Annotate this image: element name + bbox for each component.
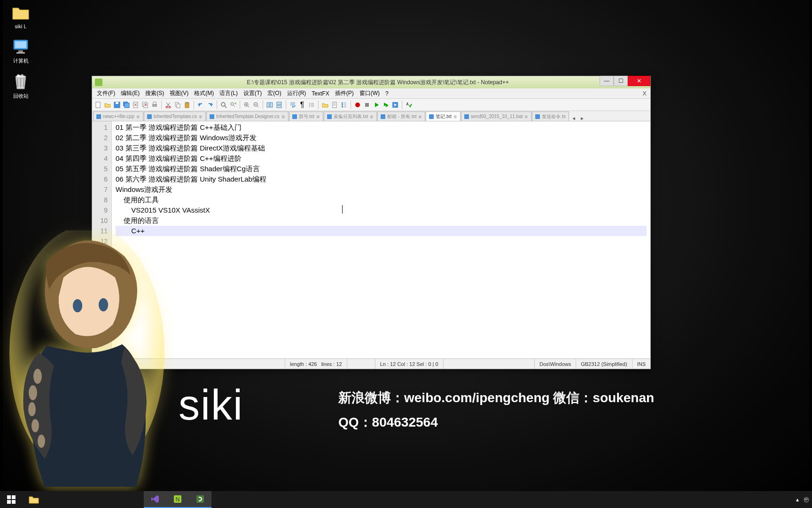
replace-icon[interactable]	[229, 101, 237, 109]
notepad-plus-plus-taskbar[interactable]: N	[166, 491, 189, 508]
paste-icon[interactable]	[183, 101, 191, 109]
tab-scroll-right-icon[interactable]: ►	[578, 116, 586, 121]
notepad-plus-plus-window: E:\专题课程\015 游戏编程进阶篇\02 第二季 游戏编程进阶篇 Windo…	[92, 76, 651, 369]
menu-run[interactable]: 运行(R)	[284, 88, 309, 98]
menu-edit[interactable]: 编辑(E)	[118, 88, 142, 98]
folder-as-workspace-icon[interactable]	[321, 101, 329, 109]
folder-icon	[12, 4, 30, 22]
undo-icon[interactable]	[196, 101, 205, 109]
visual-studio-icon	[150, 494, 160, 504]
new-file-icon[interactable]	[94, 101, 102, 109]
file-icon	[96, 114, 101, 119]
svg-rect-49	[196, 495, 204, 503]
menu-file[interactable]: 文件(F)	[94, 88, 118, 98]
menu-window[interactable]: 窗口(W)	[357, 88, 383, 98]
status-ins-mode[interactable]: INS	[632, 359, 650, 369]
spellcheck-icon[interactable]	[405, 101, 413, 109]
menu-settings[interactable]: 设置(T)	[241, 88, 265, 98]
code-line: 使用的工具	[116, 195, 647, 205]
cut-icon[interactable]	[164, 101, 172, 109]
tab-scroll-left-icon[interactable]: ◄	[570, 116, 578, 121]
status-length: length : 426 lines : 12	[285, 359, 347, 369]
show-all-chars-icon[interactable]: ¶	[298, 101, 306, 109]
menu-format[interactable]: 格式(M)	[191, 88, 217, 98]
print-icon[interactable]	[150, 101, 159, 109]
menu-view[interactable]: 视图(V)	[167, 88, 191, 98]
tab-file[interactable]: 群号.txt⊗	[289, 111, 323, 121]
menu-search[interactable]: 搜索(S)	[142, 88, 167, 98]
maximize-button[interactable]: ☐	[614, 76, 628, 86]
menu-help[interactable]: ?	[383, 89, 391, 98]
menu-language[interactable]: 语言(L)	[217, 88, 241, 98]
tab-file[interactable]: 发送命令.tx	[532, 111, 569, 121]
redo-icon[interactable]	[206, 101, 214, 109]
tab-close-icon[interactable]: ⊗	[136, 114, 140, 119]
macro-record-icon[interactable]	[353, 101, 362, 109]
macro-stop-icon[interactable]	[363, 101, 371, 109]
save-icon[interactable]	[113, 101, 121, 109]
desktop-icon-computer[interactable]: 计算机	[6, 38, 36, 64]
titlebar[interactable]: E:\专题课程\015 游戏编程进阶篇\02 第二季 游戏编程进阶篇 Windo…	[92, 76, 650, 88]
copy-icon[interactable]	[173, 101, 182, 109]
close-all-icon[interactable]	[141, 101, 149, 109]
minimize-button[interactable]: —	[600, 76, 614, 86]
tab-close-icon[interactable]: ⊗	[370, 114, 374, 119]
indent-guide-icon[interactable]	[307, 101, 316, 109]
save-all-icon[interactable]	[122, 101, 131, 109]
code-line: 04 第四季 游戏编程进阶篇 C++编程进阶	[116, 153, 647, 164]
tab-file[interactable]: InheritedTemplate.Designer.cs⊗	[206, 111, 289, 121]
desktop-icon-recycle[interactable]: 回收站	[6, 73, 36, 100]
macro-save-icon[interactable]	[391, 101, 399, 109]
tab-file[interactable]: InheritedTemplate.cs⊗	[144, 111, 206, 121]
zoom-in-icon[interactable]	[242, 101, 251, 109]
tab-file-active[interactable]: 笔记.txt⊗	[426, 111, 460, 121]
desktop-icon-folder[interactable]: siki L	[6, 4, 36, 29]
tab-file[interactable]: newc++file.cpp⊗	[93, 111, 143, 121]
open-file-icon[interactable]	[103, 101, 112, 109]
macro-play-icon[interactable]	[372, 101, 381, 109]
menubar-close-icon[interactable]: X	[642, 90, 647, 97]
wordwrap-icon[interactable]	[289, 101, 297, 109]
svg-point-23	[221, 103, 225, 106]
tab-close-icon[interactable]: ⊗	[316, 114, 320, 119]
tab-close-icon[interactable]: ⊗	[418, 114, 422, 119]
toolbar-separator	[217, 101, 217, 109]
code-editor[interactable]: 01 第一季 游戏编程进阶篇 C++基础入门 02 第二季 游戏编程进阶篇 Wi…	[112, 121, 650, 358]
macro-play-multi-icon[interactable]	[382, 101, 390, 109]
sync-v-icon[interactable]	[265, 101, 274, 109]
svg-rect-1	[15, 41, 26, 48]
tab-file[interactable]: send50_2015_10_11.bat⊗	[461, 111, 532, 121]
close-file-icon[interactable]	[132, 101, 140, 109]
svg-rect-29	[277, 102, 281, 104]
doc-map-icon[interactable]	[330, 101, 339, 109]
windows-logo-icon	[7, 495, 16, 504]
menu-textfx[interactable]: TextFX	[309, 89, 332, 98]
find-icon[interactable]	[219, 101, 228, 109]
toolbar-separator	[161, 101, 162, 109]
app-icon	[95, 79, 102, 86]
camtasia-taskbar[interactable]	[189, 491, 211, 508]
zoom-out-icon[interactable]	[252, 101, 260, 109]
file-explorer-taskbar[interactable]	[23, 491, 45, 508]
tab-file[interactable]: 邮箱 - 所有.txt⊗	[377, 111, 425, 121]
function-list-icon[interactable]	[340, 101, 348, 109]
tray-up-icon[interactable]: ▴	[796, 496, 799, 503]
tab-close-icon[interactable]: ⊗	[524, 114, 528, 119]
menu-plugins[interactable]: 插件(P)	[332, 88, 357, 98]
sync-h-icon[interactable]	[275, 101, 283, 109]
tab-file[interactable]: 采集分页列表.txt⊗	[324, 111, 377, 121]
svg-point-6	[21, 74, 23, 77]
tab-close-icon[interactable]: ⊗	[281, 114, 285, 119]
svg-rect-44	[12, 495, 16, 499]
start-button[interactable]	[0, 491, 23, 508]
close-button[interactable]: ✕	[628, 76, 650, 86]
visual-studio-taskbar[interactable]	[144, 491, 166, 508]
toolbar-separator	[402, 101, 402, 109]
input-method-icon[interactable]: ㊥	[804, 496, 809, 504]
svg-rect-16	[153, 102, 156, 104]
menu-macro[interactable]: 宏(O)	[265, 88, 284, 98]
tab-label: send50_2015_10_11.bat	[471, 114, 523, 119]
tab-close-icon[interactable]: ⊗	[453, 114, 457, 119]
statusbar: length : 426 lines : 12 Ln : 12 Col : 12…	[92, 358, 650, 369]
tab-close-icon[interactable]: ⊗	[199, 114, 203, 119]
